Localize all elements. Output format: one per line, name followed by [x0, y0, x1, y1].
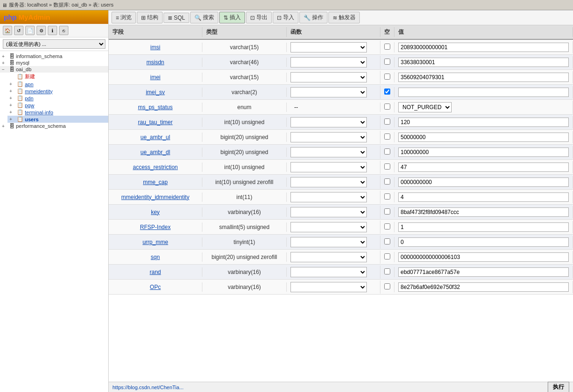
null-checkbox[interactable]: [384, 223, 390, 229]
toolbar: ≡ 浏览 ⊞ 结构 ≣ SQL 🔍 搜索 ⇅ 插入 ⊡ 导出: [109, 10, 573, 25]
func-select[interactable]: [290, 162, 367, 172]
func-select[interactable]: [290, 237, 367, 247]
type-cell: bigint(20) unsigned: [202, 133, 287, 142]
search-button[interactable]: 🔍 搜索: [190, 12, 218, 23]
sql-button[interactable]: ≣ SQL: [164, 13, 189, 23]
value-input[interactable]: [398, 88, 569, 97]
null-checkbox[interactable]: [384, 89, 390, 95]
table-row: ms_ps_statusenum--NOT_PURGEDPURGED: [109, 100, 573, 115]
tree-item-mysql[interactable]: + 🗄 mysql: [0, 59, 108, 66]
func-select[interactable]: [290, 282, 367, 292]
export-button[interactable]: ⊡ 导出: [246, 12, 272, 23]
tree-item-performance-schema[interactable]: + 🗄 performance_schema: [0, 123, 108, 129]
col-header-type: 类型: [202, 27, 287, 37]
col-header-func: 函数: [287, 27, 380, 37]
value-input[interactable]: [398, 178, 569, 187]
triggers-button[interactable]: ≋ 触发器: [328, 12, 360, 23]
title-bar: 🖥 服务器: localhost » 数据库: oai_db » 表: user…: [0, 0, 573, 10]
tree-item-pgw[interactable]: + 📋 pgw: [7, 102, 108, 109]
func-select[interactable]: [290, 117, 367, 127]
null-checkbox[interactable]: [384, 268, 390, 274]
table-row: sqnbigint(20) unsigned zerofill: [109, 250, 573, 265]
value-select[interactable]: NOT_PURGEDPURGED: [398, 102, 452, 112]
func-select[interactable]: [290, 87, 367, 97]
recent-tables-select[interactable]: (最近使用的表) ...: [3, 39, 105, 49]
value-input[interactable]: [398, 133, 569, 142]
structure-button[interactable]: ⊞ 结构: [137, 12, 163, 23]
value-input[interactable]: [398, 73, 569, 82]
null-checkbox[interactable]: [384, 163, 390, 170]
null-checkbox[interactable]: [384, 178, 390, 185]
info-icon-btn[interactable]: ℹ: [48, 26, 57, 35]
sql-icon: ≣: [168, 15, 172, 21]
func-select[interactable]: [290, 207, 367, 217]
null-cell: [380, 57, 394, 67]
table-row: OPcvarbinary(16): [109, 280, 573, 295]
null-checkbox[interactable]: [384, 148, 390, 155]
func-select[interactable]: [290, 252, 367, 262]
value-input[interactable]: [398, 163, 569, 172]
null-checkbox[interactable]: [384, 133, 390, 140]
value-input[interactable]: [398, 148, 569, 157]
func-select[interactable]: [290, 42, 367, 52]
new-icon-btn[interactable]: 📄: [25, 26, 35, 35]
func-select[interactable]: [290, 57, 367, 67]
table-row: msisdnvarchar(46): [109, 55, 573, 70]
value-input[interactable]: [398, 192, 569, 202]
null-checkbox[interactable]: [384, 193, 390, 200]
tree-item-apn[interactable]: + 📋 apn: [7, 81, 108, 88]
value-input[interactable]: [398, 118, 569, 127]
null-checkbox[interactable]: [384, 283, 390, 289]
tree-item-new[interactable]: 📋 新建: [7, 73, 108, 81]
browse-button[interactable]: ≡ 浏览: [112, 12, 136, 23]
tree-item-terminal-info[interactable]: + 📋 terminal-info: [7, 109, 108, 116]
func-cell: [287, 176, 380, 189]
func-cell: [287, 146, 380, 159]
null-checkbox[interactable]: [384, 118, 390, 125]
toggle-mysql: +: [2, 60, 9, 66]
null-checkbox[interactable]: [384, 59, 390, 65]
value-input[interactable]: [398, 252, 569, 262]
func-select[interactable]: [290, 72, 367, 82]
execute-button[interactable]: 执行: [548, 382, 569, 392]
import-button[interactable]: ⊡ 导入: [273, 12, 298, 23]
func-select[interactable]: [290, 177, 367, 187]
value-input[interactable]: [398, 58, 569, 67]
home-icon-btn[interactable]: 🏠: [3, 26, 12, 35]
null-checkbox[interactable]: [384, 238, 390, 244]
col-header-null: 空: [380, 27, 394, 37]
tree-item-mmeidentity[interactable]: + 📋 mmeidentity: [7, 88, 108, 95]
func-select[interactable]: [290, 147, 367, 157]
type-cell: int(11): [202, 192, 287, 202]
insert-button[interactable]: ⇅ 插入: [219, 12, 245, 23]
func-select[interactable]: [290, 267, 367, 277]
settings-icon-btn[interactable]: ⚙: [37, 26, 46, 35]
value-input[interactable]: [398, 267, 569, 277]
null-checkbox[interactable]: [384, 44, 390, 50]
field-cell: imei_sv: [109, 88, 202, 97]
tree-item-pdn[interactable]: + 📋 pdn: [7, 95, 108, 102]
tree-item-users[interactable]: + 📋 users: [7, 116, 108, 123]
field-cell: urrp_mme: [109, 237, 202, 247]
func-select[interactable]: [290, 222, 367, 232]
bottom-link[interactable]: https://blog.csdn.net/ChenTia...: [112, 385, 184, 390]
exit-icon-btn[interactable]: ⎋: [59, 26, 68, 35]
null-checkbox[interactable]: [384, 253, 390, 259]
value-input[interactable]: [398, 237, 569, 247]
value-cell: [394, 176, 573, 188]
func-select[interactable]: [290, 132, 367, 142]
null-checkbox[interactable]: [384, 74, 390, 80]
value-input[interactable]: [398, 222, 569, 232]
value-cell: [394, 71, 573, 83]
refresh-icon-btn[interactable]: ↺: [14, 26, 23, 35]
value-cell: [394, 221, 573, 233]
value-input[interactable]: [398, 43, 569, 52]
null-checkbox[interactable]: [384, 208, 390, 214]
value-input[interactable]: [398, 207, 569, 217]
value-input[interactable]: [398, 282, 569, 292]
func-select[interactable]: [290, 192, 367, 202]
tree-item-oai-db[interactable]: − 🗄 oai_db: [0, 66, 108, 73]
tree-item-information-schema[interactable]: + 🗄 information_schema: [0, 53, 108, 59]
operations-button[interactable]: 🔧 操作: [299, 12, 327, 23]
null-checkbox[interactable]: [384, 104, 390, 110]
